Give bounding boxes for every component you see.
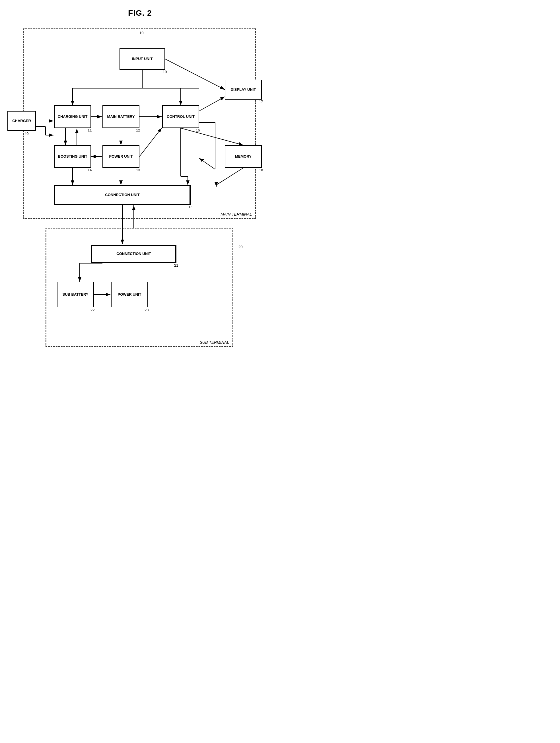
main-battery-ref: 12 [136,128,140,132]
memory-block: MEMORY [225,145,262,168]
main-battery-block: MAIN BATTERY [102,105,139,128]
control-unit-block: CONTROL UNIT [162,105,199,128]
boosting-unit-ref: 14 [88,168,92,172]
figure-title: FIG. 2 [6,8,274,18]
main-terminal-label: MAIN TERMINAL [220,212,252,217]
connection-unit-sub-block: CONNECTION UNIT [91,245,176,263]
charger-ref: 40 [25,131,29,136]
power-unit-main-block: POWER UNIT [102,145,139,168]
power-unit-sub-ref: 23 [144,308,148,312]
ref-20-label: 20 [239,245,243,249]
sub-battery-ref: 22 [90,308,94,312]
display-unit-block: DISPLAY UNIT [225,80,262,100]
boosting-unit-block: BOOSTING UNIT [54,145,91,168]
connection-unit-main-ref: 15 [188,205,192,209]
sub-terminal-label: SUB TERMINAL [200,340,229,345]
input-unit-ref: 19 [163,70,167,74]
memory-ref: 18 [259,168,263,172]
power-unit-main-ref: 13 [136,168,140,172]
connection-unit-sub-ref: 21 [174,263,178,267]
connection-unit-main-block: CONNECTION UNIT [54,185,191,205]
input-unit-block: INPUT UNIT [120,48,165,70]
charger-block: CHARGER [7,111,36,131]
sub-battery-block: SUB BATTERY [57,282,94,307]
page: FIG. 2 10 MAIN TERMINAL SUB TERMINAL 20 … [0,0,280,372]
control-unit-ref: 16 [196,128,200,132]
power-unit-sub-block: POWER UNIT [111,282,148,307]
display-unit-ref: 17 [259,100,263,104]
charging-unit-ref: 11 [88,128,92,132]
charging-unit-block: CHARGING UNIT [54,105,91,128]
